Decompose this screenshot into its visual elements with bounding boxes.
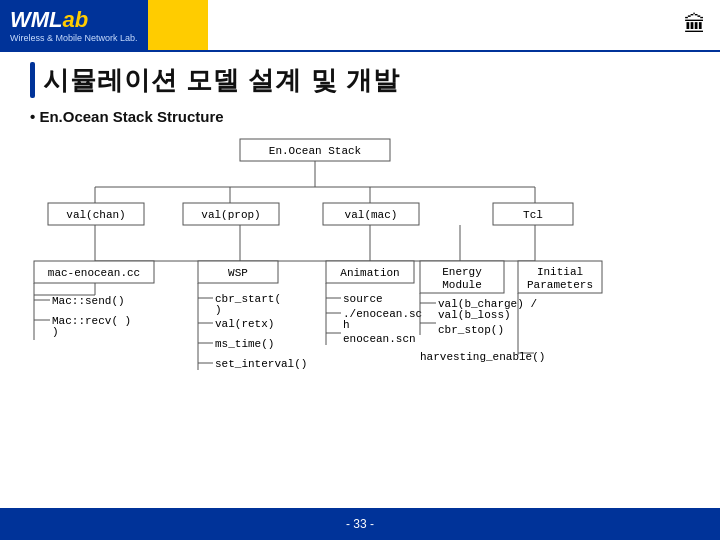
initial-params-label-line2: Parameters [527, 279, 593, 291]
logo-area: WMLab Wireless & Mobile Network Lab. [0, 0, 148, 50]
val-b-loss-label: val(b_loss) [438, 309, 511, 321]
val-retx-label: val(retx) [215, 318, 274, 330]
section-heading: • En.Ocean Stack Structure [30, 108, 690, 125]
logo-subtitle: Wireless & Mobile Network Lab. [10, 33, 138, 43]
mac-send-label: Mac::send() [52, 295, 125, 307]
page-number: - 33 - [346, 517, 374, 531]
wsp-box: WSP [228, 267, 248, 279]
enocean-sc-h: h [343, 319, 350, 331]
title-accent [30, 62, 35, 98]
set-interval-label: set_interval() [215, 358, 307, 370]
logo-text: WMLab [10, 7, 138, 33]
footer: - 33 - [0, 508, 720, 540]
initial-params-label-line1: Initial [537, 266, 583, 278]
val-mac-box: val(mac) [345, 209, 398, 221]
harvesting-enable-label: harvesting_enable() [420, 351, 545, 363]
enocean-stack-label: En.Ocean Stack [269, 145, 362, 157]
cbr-stop-label: cbr_stop() [438, 324, 504, 336]
logo-highlight: ab [63, 7, 89, 32]
page-title: 시뮬레이션 모델 설계 및 개발 [43, 63, 400, 98]
page-title-area: 시뮬레이션 모델 설계 및 개발 [0, 52, 720, 104]
mac-recv-label: Mac::recv( ) [52, 315, 131, 327]
source-label: source [343, 293, 383, 305]
stack-diagram: En.Ocean Stack val(chan) val(prop) val(m… [30, 135, 690, 465]
val-chan-box: val(chan) [66, 209, 125, 221]
header-yellow-band [148, 0, 208, 50]
header-spacer [208, 0, 670, 50]
animation-box: Animation [340, 267, 399, 279]
ms-time-label: ms_time() [215, 338, 274, 350]
mac-recv-paren: ) [52, 326, 59, 338]
cbr-start-paren: ) [215, 304, 222, 316]
energy-module-label-line2: Module [442, 279, 482, 291]
mac-enocean-box: mac-enocean.cc [48, 267, 140, 279]
enocean-scn-label: enocean.scn [343, 333, 416, 345]
header: WMLab Wireless & Mobile Network Lab. 🏛 [0, 0, 720, 52]
cbr-start-label: cbr_start( [215, 293, 281, 305]
enocean-sc-label: ./enocean.sc [343, 308, 422, 320]
tcl-box: Tcl [523, 209, 543, 221]
main-content: • En.Ocean Stack Structure En.Ocean Stac… [0, 104, 720, 469]
university-emblem: 🏛 [670, 0, 720, 50]
val-prop-box: val(prop) [201, 209, 260, 221]
energy-module-label-line1: Energy [442, 266, 482, 278]
